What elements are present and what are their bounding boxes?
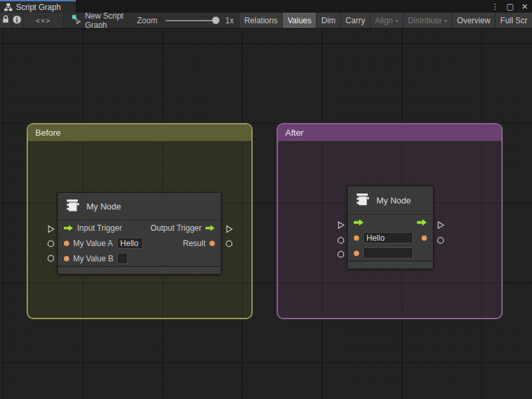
lock-icon (2, 15, 9, 25)
window-menu-icon[interactable]: ⋮ (491, 3, 499, 11)
value-b-input[interactable] (363, 247, 413, 259)
zoom-slider-handle[interactable] (212, 17, 219, 24)
new-script-graph-button[interactable]: New Script Graph (64, 13, 137, 28)
value-port-stub-in[interactable] (336, 235, 345, 245)
output-trigger-label: Output Trigger (150, 223, 201, 233)
value-port-stub-in[interactable] (336, 249, 345, 259)
window-maximize-icon[interactable]: ▢ (507, 3, 514, 11)
group-before-label: Before (35, 128, 61, 138)
flow-out-icon[interactable] (205, 225, 215, 231)
node-after-header[interactable]: My Node (348, 186, 433, 215)
relations-button[interactable]: Relations (239, 13, 282, 28)
node-before-header[interactable]: My Node (58, 193, 221, 220)
flow-port-stub-out[interactable] (224, 224, 233, 233)
node-row-trigger: Input Trigger Output Trigger (58, 220, 221, 235)
fullscreen-button[interactable]: Full Scr (495, 13, 532, 28)
graph-toolbar: <×> New Script Graph Zoom 1x Relations (0, 13, 532, 29)
values-label: Values (287, 16, 311, 25)
node-footer (58, 266, 221, 274)
value-in-icon[interactable] (354, 251, 359, 256)
flow-out-icon[interactable] (417, 219, 427, 226)
zoom-slider[interactable] (166, 20, 219, 21)
graph-hierarchy-icon (4, 3, 13, 11)
node-title: My Node (86, 201, 121, 211)
zoom-value: 1x (225, 16, 234, 25)
node-before[interactable]: My Node Input Trigger Output Trigger My … (57, 192, 221, 275)
dim-button[interactable]: Dim (316, 13, 340, 28)
value-in-icon[interactable] (64, 256, 69, 261)
unit-node-icon (64, 197, 80, 215)
unit-node-icon (354, 191, 370, 209)
carry-label: Carry (346, 16, 365, 25)
value-in-icon[interactable] (354, 235, 359, 241)
group-after-label: After (285, 128, 303, 138)
graph-asset-icon (72, 15, 81, 26)
new-script-graph-label: New Script Graph (85, 13, 129, 29)
result-label: Result (183, 239, 205, 248)
window-close-icon[interactable]: ✕ (521, 3, 528, 11)
value-b-label: My Value B (73, 254, 113, 263)
align-label: Align (375, 16, 393, 25)
code-icon: <×> (36, 17, 51, 25)
align-dropdown[interactable]: Align ▾ (370, 13, 403, 28)
flow-in-icon[interactable] (354, 219, 364, 226)
overview-label: Overview (457, 16, 490, 25)
fullscreen-label: Full Scr (500, 16, 527, 25)
tab-script-graph[interactable]: Script Graph (0, 0, 76, 13)
value-a-input[interactable]: Hello (363, 232, 413, 243)
value-port-stub-out[interactable] (224, 239, 233, 248)
lock-button[interactable] (0, 13, 12, 28)
node-footer (348, 261, 433, 269)
value-a-label: My Value A (73, 239, 113, 248)
carry-button[interactable]: Carry (340, 13, 370, 28)
flow-port-stub-out[interactable] (436, 220, 445, 229)
graph-canvas[interactable]: Before After My Nod (0, 29, 532, 399)
group-after-header[interactable]: After (278, 124, 501, 141)
values-button[interactable]: Values (282, 13, 316, 28)
node-row-value-a: Hello (348, 230, 433, 245)
zoom-label: Zoom (137, 16, 158, 25)
value-out-icon[interactable] (422, 235, 427, 241)
value-b-input[interactable] (117, 253, 128, 264)
chevron-down-icon: ▾ (444, 18, 447, 24)
value-port-stub-in[interactable] (46, 253, 55, 263)
node-row-value-a: My Value A Hello Result (58, 235, 221, 251)
flow-in-icon[interactable] (64, 225, 73, 231)
tab-title: Script Graph (16, 3, 61, 12)
flow-port-stub-in[interactable] (46, 224, 55, 233)
node-row-value-b: My Value B (58, 251, 221, 266)
node-after[interactable]: My Node Hello (347, 186, 434, 269)
node-row-value-b (348, 245, 433, 261)
script-graph-window: Script Graph ⋮ ▢ ✕ (0, 0, 532, 399)
flow-port-stub-in[interactable] (336, 220, 345, 229)
zoom-control: Zoom 1x (137, 13, 239, 28)
value-port-stub-out[interactable] (436, 235, 445, 245)
dim-label: Dim (321, 16, 335, 25)
tab-bar: Script Graph ⋮ ▢ ✕ (0, 0, 532, 13)
input-trigger-label: Input Trigger (77, 223, 122, 233)
window-controls: ⋮ ▢ ✕ (491, 0, 528, 13)
value-a-input[interactable]: Hello (117, 237, 143, 249)
value-port-stub-in[interactable] (46, 239, 55, 248)
distribute-dropdown[interactable]: Distribute ▾ (403, 13, 452, 28)
overview-button[interactable]: Overview (452, 13, 495, 28)
value-in-icon[interactable] (64, 241, 69, 246)
node-title: My Node (376, 196, 411, 205)
code-view-button[interactable]: <×> (23, 13, 64, 28)
group-before-header[interactable]: Before (28, 124, 251, 141)
value-out-icon[interactable] (209, 241, 215, 246)
distribute-label: Distribute (408, 16, 442, 25)
info-icon (13, 15, 21, 26)
node-row-trigger (348, 215, 433, 230)
relations-label: Relations (244, 16, 277, 25)
info-button[interactable] (12, 13, 24, 28)
chevron-down-icon: ▾ (396, 18, 398, 24)
